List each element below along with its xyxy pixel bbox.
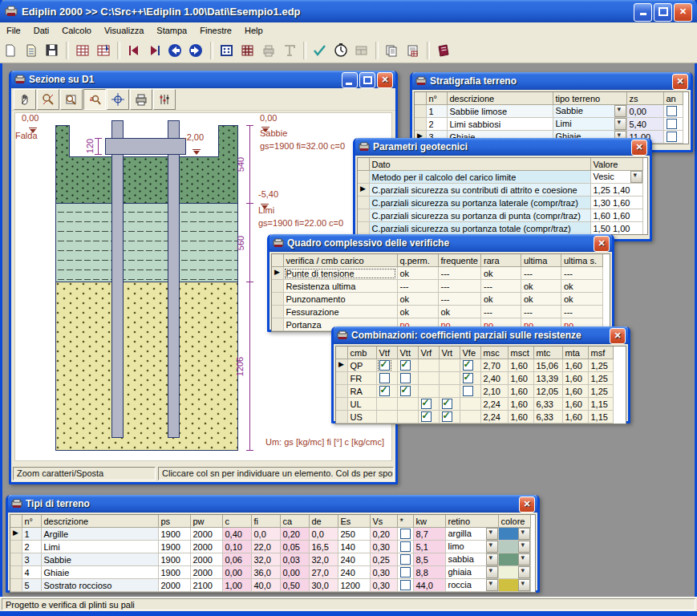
col-vrt[interactable]: Vrt [439,346,460,359]
sezione-title-bar[interactable]: Sezione su D1 ✕ [11,71,395,88]
cell-cmb[interactable]: RA [347,385,376,398]
cell-ca[interactable]: 0,50 [280,579,309,592]
cell-frequente[interactable]: --- [438,293,480,306]
new-file-icon[interactable] [1,41,20,60]
cell-dato[interactable]: C.parziali sicurezza su contributi di at… [369,184,590,197]
vtf-checkbox[interactable] [379,360,390,371]
cell-c[interactable]: 0,10 [222,541,251,553]
vfe-checkbox[interactable] [463,386,473,396]
compute-stopwatch-icon[interactable] [331,41,351,60]
cell-vtf[interactable] [376,411,397,424]
cell-an[interactable] [663,118,683,131]
cell-mta[interactable]: 1,60 [562,411,588,424]
sezione-minimize-button[interactable] [342,72,358,88]
col-msc[interactable]: msc [480,346,508,359]
cell-dato[interactable]: C.parziali sicurezza su portanza totale … [369,222,590,235]
cell-vrt[interactable] [439,411,460,424]
cell-descrizione[interactable]: Sabbiie limose [447,105,553,118]
cell-vrf[interactable] [418,398,439,411]
cell-mta[interactable]: 1,60 [562,398,588,411]
reinforcement-icon[interactable] [238,41,257,60]
cell-es[interactable]: 1200 [338,579,370,592]
col-dato[interactable]: Dato [369,158,590,171]
cell-qperm[interactable]: ok [397,293,438,306]
cell-an[interactable] [663,131,683,144]
cell-kw[interactable]: 8,5 [413,553,445,566]
cell-colore[interactable] [498,553,530,566]
cell-retino[interactable]: sabbia [445,553,498,566]
cell-ca[interactable]: 0,20 [280,528,309,541]
col-ultima-s[interactable]: ultima s. [561,254,602,267]
zoom-text-icon[interactable]: a [83,89,106,110]
cell-ca[interactable]: 0,03 [280,553,309,566]
cell-msc[interactable]: 2,24 [480,411,508,424]
col-zs[interactable]: zs [626,92,663,105]
cell-n[interactable]: 5 [22,579,41,592]
cell-frequente[interactable]: --- [438,280,480,293]
table-row[interactable]: Punzonamento ok --- ok ok ok [272,293,602,306]
col-vrf[interactable]: Vrf [418,346,439,359]
star-checkbox[interactable] [400,567,411,578]
cell-cmb[interactable]: QP [347,359,376,372]
cell-msct[interactable]: 1,60 [508,359,533,372]
pan-hand-icon[interactable] [14,89,36,110]
cell-msf[interactable]: 1,15 [588,398,613,411]
cell-ultima-s[interactable]: ok [561,293,602,306]
cell-valore[interactable]: 1,60 1,60 [590,209,642,222]
cell-c[interactable]: 0,40 [222,528,251,541]
col-msf[interactable]: msf [588,346,613,359]
cell-es[interactable]: 250 [338,528,370,541]
star-checkbox[interactable] [400,580,411,590]
vtf-checkbox[interactable] [379,386,390,396]
parametri-table[interactable]: Dato Valore Metodo per il calcolo del ca… [358,158,643,235]
cell-msc[interactable]: 2,10 [480,385,508,398]
menu-stampa[interactable]: Stampa [150,26,193,35]
col-qperm[interactable]: q.perm. [397,254,438,267]
table-row[interactable]: Punte di tensione ok --- ok --- --- [272,267,602,280]
cell-msct[interactable]: 1,60 [508,372,533,385]
cell-ps[interactable]: 1900 [158,528,190,541]
table-row[interactable]: UL 2,24 1,60 6,33 1,60 1,15 [336,398,613,411]
col-retino[interactable]: retino [445,515,498,528]
forward-icon[interactable] [187,41,206,60]
table-row[interactable]: Fessurazione ok ok --- --- --- [272,306,602,318]
cell-pw[interactable]: 2000 [190,541,222,553]
parametri-close-button[interactable]: ✕ [631,140,647,156]
cell-n[interactable]: 2 [426,118,447,131]
stratigrafia-close-button[interactable]: ✕ [672,74,688,90]
cell-de[interactable]: 27,0 [309,566,338,579]
table-row[interactable]: Resistenza ultima --- --- --- ok ok [272,280,602,293]
display-options-icon[interactable] [153,89,176,110]
vrt-checkbox[interactable] [442,411,452,422]
cell-descrizione[interactable]: Limi [41,541,158,553]
cell-fi[interactable]: 40,0 [251,579,280,592]
cell-vrt[interactable] [439,372,460,385]
cell-n[interactable]: 1 [426,105,447,118]
table-row[interactable]: US 2,24 1,60 6,33 1,60 1,15 [336,411,613,424]
cell-star[interactable] [397,553,413,566]
zoom-dynamic-icon[interactable] [37,89,59,110]
table-row[interactable]: C.parziali sicurezza su portanza lateral… [358,197,642,209]
cell-frequente[interactable]: ok [438,306,480,318]
col-descrizione[interactable]: descrizione [41,515,158,528]
cell-an[interactable] [663,105,683,118]
col-msct[interactable]: msct [508,346,533,359]
cell-vtt[interactable] [397,398,418,411]
col-frequente[interactable]: frequente [438,254,480,267]
col-vs[interactable]: Vs [370,515,397,528]
vtf-checkbox[interactable] [379,373,390,383]
col-rara[interactable]: rara [480,254,521,267]
dropdown-button[interactable] [486,528,498,540]
cell-ultima-s[interactable]: --- [561,306,602,318]
cell-vrf[interactable] [418,372,439,385]
cell-tipo[interactable]: Sabbie [553,105,626,118]
sezione-close-button[interactable]: ✕ [377,72,393,88]
table-edit-icon[interactable] [73,41,92,60]
cell-descrizione[interactable]: Ghiaie [41,566,158,579]
cell-ps[interactable]: 1900 [158,541,190,553]
cell-star[interactable] [397,541,413,553]
cell-msf[interactable]: 1,25 [588,385,613,398]
table-row[interactable]: C.parziali sicurezza su portanza di punt… [358,209,642,222]
cell-valore[interactable]: 1,25 1,40 [590,184,642,197]
col-ca[interactable]: ca [280,515,309,528]
